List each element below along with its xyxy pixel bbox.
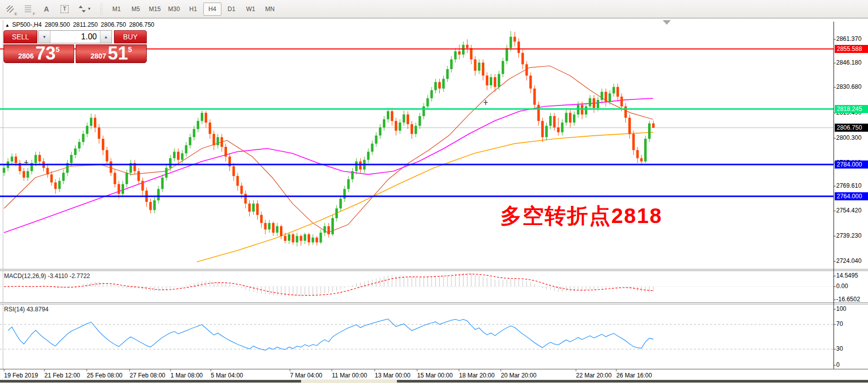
buy-button[interactable]: BUY [114,30,147,43]
tab-m1[interactable]: M1 [107,3,126,16]
axis-label: 2724.040 [836,257,861,264]
ohlc-open: 2809.500 [45,21,70,28]
grid-icon[interactable]: F [20,2,36,16]
arrange-orders-icon[interactable]: ▼ [75,2,95,16]
text-box-icon[interactable]: T [56,2,73,16]
time-axis-label: 11 Mar 00:00 [332,372,367,379]
axis-label: 0 [836,361,840,368]
tab-m15[interactable]: M15 [146,3,164,16]
one-click-trading-panel: SELL ▼ 1.00 ▲ BUY 2806735 2807515 [4,30,147,63]
tab-h4[interactable]: H4 [203,3,221,16]
ohlc-high: 2811.250 [73,21,98,28]
chart-ohlc-header: ▲SP500-,H42809.5002811.2502806.7502806.7… [5,21,157,28]
collapse-panel-icon[interactable]: ▲ [5,23,10,28]
sell-price-point: 5 [55,45,60,53]
macd-label: MACD(12,26,9) -3.4110 -2.7722 [4,272,90,280]
scrollbar-track-gap [301,380,397,382]
sell-price-pips: 73 [35,46,55,61]
indicators-icon[interactable]: E [2,2,18,16]
volume-input[interactable]: 1.00 [50,31,100,43]
tab-w1[interactable]: W1 [242,3,260,16]
axis-label: 2754.420 [836,207,861,214]
rsi-line [8,319,654,350]
volume-increase-button[interactable]: ▲ [100,31,111,43]
annotation-text: 多空转折点2818 [500,202,662,230]
axis-label: -16.6502 [836,296,860,303]
time-axis-label: 19 Feb 2019 [4,372,38,379]
sell-button[interactable]: SELL [4,30,37,43]
toolbar-drag-handle[interactable] [100,3,103,15]
buy-price-display[interactable]: 2807515 [76,44,147,63]
chart-shift-icon [663,20,671,25]
trading-terminal: E F A T ▼ M1 M5 M15 M30 H1 H4 D1 W1 MN ▲… [0,0,868,383]
price-level-label: 2855.588 [835,45,868,53]
time-axis-label: 20 Mar 20:00 [501,372,537,379]
axis-label: 70 [836,320,843,327]
time-axis-label: 13 Mar 00:00 [375,372,411,379]
tab-mn[interactable]: MN [261,3,279,16]
axis-label: 2830.680 [836,83,861,90]
time-axis-label: 18 Mar 20:00 [459,372,495,379]
tab-h1[interactable]: H1 [184,3,202,16]
time-axis-label: 22 Mar 20:00 [576,372,612,379]
price-level-label: 2806.750 [835,124,868,132]
tab-m5[interactable]: M5 [127,3,145,16]
price-level-label: 2784.000 [835,160,868,169]
time-axis-label: 1 Mar 08:00 [170,372,203,379]
axis-label: 14.5495 [836,272,858,279]
time-axis-label: 5 Mar 04:00 [211,372,243,379]
sell-price-handle: 2806 [18,51,34,61]
ohlc-low: 2806.750 [101,21,126,28]
rsi-label: RSI(14) 43.8794 [4,306,48,313]
toolbar: E F A T ▼ M1 M5 M15 M30 H1 H4 D1 W1 MN [0,0,868,18]
volume-decrease-button[interactable]: ▼ [39,31,50,43]
scrollbar-thumb[interactable] [0,380,301,382]
time-axis-label: 27 Feb 08:00 [130,372,165,379]
time-axis-label: 21 Feb 12:00 [44,372,80,379]
symbol-timeframe: SP500-,H4 [12,21,42,28]
time-axis-label: 25 Feb 08:00 [87,372,123,379]
axis-label: 2800.300 [836,134,861,141]
chevron-down-icon: ▼ [87,7,91,11]
horizontal-scrollbar[interactable] [0,379,868,383]
time-axis-label: 15 Mar 00:00 [417,372,453,379]
axis-label: 2769.610 [836,182,861,189]
price-level-label: 2818.245 [835,105,868,113]
axis-label: 2739.230 [836,232,861,239]
sell-price-display[interactable]: 2806735 [4,44,74,63]
axis-label: 100 [836,305,846,312]
price-level-label: 2764.000 [835,192,868,200]
time-axis-label: 26 Mar 16:00 [616,372,652,379]
buy-price-handle: 2807 [91,51,106,61]
scrollbar-thumb-right[interactable] [397,380,868,382]
tab-d1[interactable]: D1 [222,3,241,16]
buy-price-point: 5 [128,45,132,53]
buy-price-pips: 51 [108,46,128,61]
volume-stepper: ▼ 1.00 ▲ [38,30,112,43]
text-label-icon[interactable]: A [38,2,54,16]
axis-label: 30 [836,345,843,352]
macd-histogram [4,273,653,296]
ohlc-close: 2806.750 [129,21,154,28]
axis-label: 2861.370 [836,35,861,42]
tab-m30[interactable]: M30 [165,3,183,16]
time-axis-label: 7 Mar 04:00 [290,372,322,379]
axis-label: 2846.180 [836,59,861,66]
axis-label: 0.00 [836,283,848,290]
